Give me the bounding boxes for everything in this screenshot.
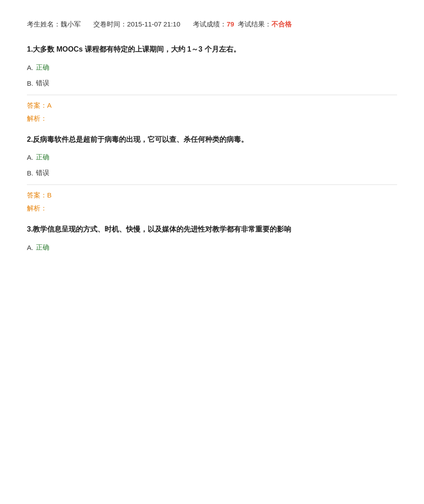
student-name-value: 魏小军 bbox=[61, 18, 81, 30]
score-value: 79 bbox=[227, 18, 234, 30]
answer-2-label: 答案： bbox=[27, 191, 47, 199]
option-a-text: 正确 bbox=[36, 63, 49, 72]
option-2b-text: 错误 bbox=[36, 169, 49, 177]
option-2b-label: B. bbox=[27, 169, 33, 177]
question-1: 1.大多数 MOOCs 课程都有特定的上课期间，大约 1～3 个月左右。 A. … bbox=[27, 44, 397, 123]
question-3-title: 3.教学信息呈现的方式、时机、快慢，以及媒体的先进性对教学都有非常重要的影响 bbox=[27, 224, 397, 235]
question-3: 3.教学信息呈现的方式、时机、快慢，以及媒体的先进性对教学都有非常重要的影响 A… bbox=[27, 224, 397, 252]
answer-1-label: 答案： bbox=[27, 101, 47, 109]
answer-2-value: B bbox=[47, 191, 52, 199]
divider-1 bbox=[27, 95, 397, 95]
student-name-label: 考生姓名： bbox=[27, 18, 61, 30]
option-3a-label: A. bbox=[27, 244, 33, 251]
question-1-title: 1.大多数 MOOCs 课程都有特定的上课期间，大约 1～3 个月左右。 bbox=[27, 44, 397, 55]
question-2-option-b: B. 错误 bbox=[27, 169, 397, 177]
result-value: 不合格 bbox=[271, 18, 292, 30]
submit-time-value: 2015-11-07 21:10 bbox=[127, 18, 180, 30]
option-2a-text: 正确 bbox=[36, 153, 49, 162]
question-1-option-b: B. 错误 bbox=[27, 79, 397, 88]
divider-2 bbox=[27, 184, 397, 185]
question-2: 2.反病毒软件总是超前于病毒的出现，它可以查、杀任何种类的病毒。 A. 正确 B… bbox=[27, 134, 397, 213]
page-container: 考生姓名： 魏小军 交卷时间： 2015-11-07 21:10 考试成绩： 7… bbox=[0, 0, 424, 280]
question-2-option-a: A. 正确 bbox=[27, 153, 397, 162]
result-label: 考试结果： bbox=[238, 18, 271, 30]
option-b-label: B. bbox=[27, 79, 33, 87]
option-a-label: A. bbox=[27, 64, 33, 71]
score-label: 考试成绩： bbox=[193, 18, 227, 30]
question-2-answer: 答案：B bbox=[27, 191, 397, 200]
question-2-title: 2.反病毒软件总是超前于病毒的出现，它可以查、杀任何种类的病毒。 bbox=[27, 134, 397, 145]
option-3a-text: 正确 bbox=[36, 243, 49, 252]
question-1-analysis: 解析： bbox=[27, 114, 397, 123]
question-1-option-a: A. 正确 bbox=[27, 63, 397, 72]
answer-1-value: A bbox=[47, 101, 52, 109]
question-1-answer: 答案：A bbox=[27, 101, 397, 110]
question-2-analysis: 解析： bbox=[27, 204, 397, 213]
option-2a-label: A. bbox=[27, 153, 33, 161]
option-b-text: 错误 bbox=[36, 79, 49, 88]
question-3-option-a: A. 正确 bbox=[27, 243, 397, 252]
submit-time-label: 交卷时间： bbox=[93, 18, 127, 30]
exam-header: 考生姓名： 魏小军 交卷时间： 2015-11-07 21:10 考试成绩： 7… bbox=[27, 18, 397, 30]
